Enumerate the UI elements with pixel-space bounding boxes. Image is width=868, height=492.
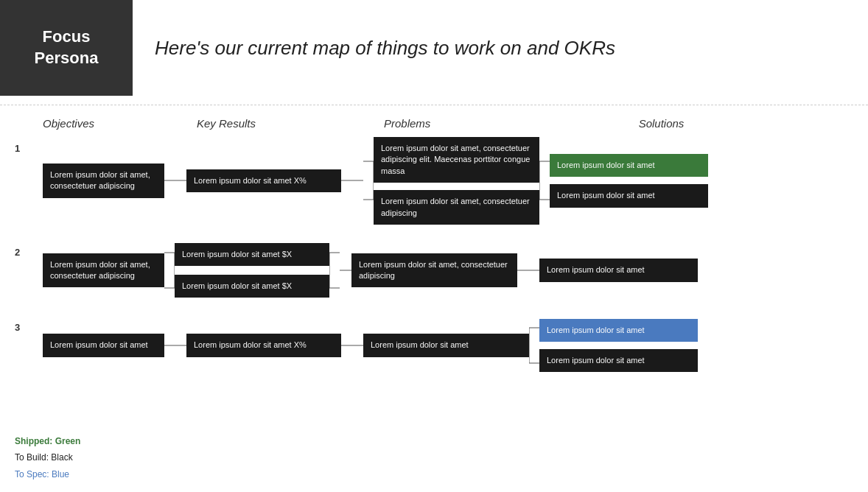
row-1-solutions: Lorem ipsum dolor sit amet Lorem ipsum d… bbox=[550, 154, 708, 208]
row-1-prob-1: Lorem ipsum dolor sit amet, consectetuer… bbox=[374, 190, 539, 225]
row-1-kr-0: Lorem ipsum dolor sit amet X% bbox=[186, 169, 341, 192]
row-2-prob-0: Lorem ipsum dolor sit amet, consectetuer… bbox=[351, 253, 517, 288]
row-2-sol-0: Lorem ipsum dolor sit amet bbox=[539, 259, 698, 281]
row-3-kr-section: Lorem ipsum dolor sit amet X% bbox=[186, 334, 341, 356]
row-3-prob-0: Lorem ipsum dolor sit amet bbox=[363, 334, 529, 356]
legend-shipped: Shipped: Green bbox=[15, 433, 80, 450]
row-2: 2 Lorem ipsum dolor sit amet, consectetu… bbox=[0, 241, 868, 300]
row-3-kr-0: Lorem ipsum dolor sit amet X% bbox=[186, 334, 341, 356]
row-1-prob-sol-right-bracket bbox=[539, 148, 550, 213]
row-1-problems: Lorem ipsum dolor sit amet, consectetuer… bbox=[374, 137, 539, 225]
header-title: Here's our current map of things to work… bbox=[155, 37, 615, 60]
row-3-prob-sol-right-bracket bbox=[529, 316, 539, 375]
row-2-kr-1: Lorem ipsum dolor sit amet $X bbox=[175, 275, 329, 298]
row-2-objective: Lorem ipsum dolor sit amet, consectetuer… bbox=[43, 253, 164, 288]
row-2-problems: Lorem ipsum dolor sit amet, consectetuer… bbox=[351, 253, 517, 288]
row-2-kr-prob-connector bbox=[340, 267, 351, 274]
row-2-obj-kr-left-bracket bbox=[164, 241, 175, 300]
col-header-problems: Problems bbox=[384, 117, 550, 130]
legend: Shipped: Green To Build: Black To Spec: … bbox=[15, 433, 80, 483]
row-3-sol-1: Lorem ipsum dolor sit amet bbox=[539, 349, 698, 372]
row-1-sol-1: Lorem ipsum dolor sit amet bbox=[550, 184, 708, 207]
row-3-number: 3 bbox=[15, 316, 43, 333]
row-3-obj-kr-connector bbox=[164, 342, 186, 349]
row-2-kr-right-bracket bbox=[329, 241, 340, 300]
row-3: 3 Lorem ipsum dolor sit amet Lorem ipsum… bbox=[0, 316, 868, 375]
row-3-problems: Lorem ipsum dolor sit amet bbox=[363, 334, 529, 356]
row-2-prob-sol-connector bbox=[517, 267, 539, 274]
row-1-prob-left-bracket bbox=[363, 148, 374, 213]
col-header-objectives: Objectives bbox=[43, 117, 164, 130]
row-2-number: 2 bbox=[15, 241, 43, 258]
col-header-key-results: Key Results bbox=[197, 117, 351, 130]
row-1-kr-prob-connector bbox=[341, 151, 363, 210]
row-1-prob-bracket: Lorem ipsum dolor sit amet, consectetuer… bbox=[363, 137, 539, 225]
legend-to-spec: To Spec: Blue bbox=[15, 466, 80, 483]
row-1-sol-0: Lorem ipsum dolor sit amet bbox=[550, 154, 708, 177]
row-1-prob-0: Lorem ipsum dolor sit amet, consectetuer… bbox=[374, 137, 539, 183]
row-3-objective: Lorem ipsum dolor sit amet bbox=[43, 334, 164, 356]
row-2-kr-0: Lorem ipsum dolor sit amet $X bbox=[175, 243, 329, 266]
col-header-solutions: Solutions bbox=[582, 117, 741, 130]
focus-persona-label: Focus Persona bbox=[35, 27, 99, 68]
row-1-kr-section: Lorem ipsum dolor sit amet X% bbox=[186, 169, 341, 192]
header: Focus Persona Here's our current map of … bbox=[0, 0, 868, 105]
row-1-objective: Lorem ipsum dolor sit amet, consectetuer… bbox=[43, 164, 164, 198]
row-3-kr-prob-connector bbox=[341, 342, 363, 349]
row-1-obj-kr-connector bbox=[164, 173, 186, 188]
row-1: 1 Lorem ipsum dolor sit amet, consectetu… bbox=[0, 137, 868, 225]
columns-header: Objectives Key Results Problems Solution… bbox=[0, 117, 868, 130]
legend-to-build: To Build: Black bbox=[15, 449, 80, 466]
row-2-kr-section: Lorem ipsum dolor sit amet $X Lorem ipsu… bbox=[175, 243, 329, 298]
focus-persona-box: Focus Persona bbox=[0, 0, 133, 96]
row-2-solutions: Lorem ipsum dolor sit amet bbox=[539, 259, 698, 281]
row-3-solutions: Lorem ipsum dolor sit amet Lorem ipsum d… bbox=[539, 319, 698, 373]
row-3-sol-0: Lorem ipsum dolor sit amet bbox=[539, 319, 698, 342]
row-1-number: 1 bbox=[15, 137, 43, 154]
